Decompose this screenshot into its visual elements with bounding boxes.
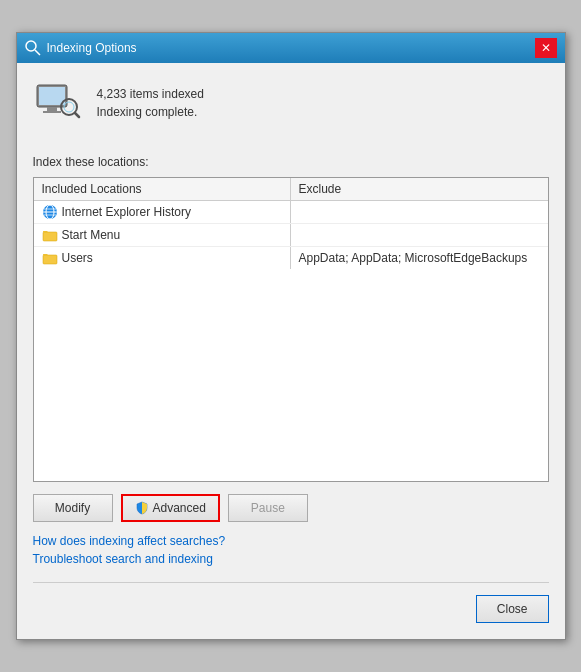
window-title: Indexing Options (47, 41, 137, 55)
content-area: 4,233 items indexed Indexing complete. I… (17, 63, 565, 639)
table-row: Users AppData; AppData; MicrosoftEdgeBac… (34, 247, 548, 269)
start-menu-label: Start Menu (62, 228, 121, 242)
indexing-options-window: Indexing Options ✕ 4,233 items indexed I… (16, 32, 566, 640)
close-window-button[interactable]: ✕ (535, 38, 557, 58)
cell-included-ie: Internet Explorer History (34, 201, 291, 223)
table-header: Included Locations Exclude (34, 178, 548, 201)
ie-icon (42, 204, 58, 220)
cell-included-startmenu: Start Menu (34, 224, 291, 246)
svg-point-0 (26, 41, 36, 51)
svg-rect-3 (39, 87, 65, 105)
items-count: 4,233 items indexed (97, 87, 204, 101)
locations-table: Included Locations Exclude (33, 177, 549, 482)
close-button[interactable]: Close (476, 595, 549, 623)
cell-exclude-startmenu (291, 224, 548, 246)
advanced-label: Advanced (153, 501, 206, 515)
col-exclude-header: Exclude (291, 178, 548, 200)
folder-icon (42, 250, 58, 266)
status-area: 4,233 items indexed Indexing complete. (33, 79, 549, 139)
section-label: Index these locations: (33, 155, 549, 169)
users-label: Users (62, 251, 93, 265)
table-row: Internet Explorer History (34, 201, 548, 224)
table-body: Internet Explorer History Start Menu (34, 201, 548, 481)
folder-icon (42, 227, 58, 243)
window-icon (25, 40, 41, 56)
footer-row: Close (33, 582, 549, 623)
cell-exclude-ie (291, 201, 548, 223)
titlebar: Indexing Options ✕ (17, 33, 565, 63)
svg-rect-14 (43, 232, 57, 241)
svg-line-1 (35, 50, 40, 55)
indexing-status-icon (33, 79, 81, 127)
links-area: How does indexing affect searches? Troub… (33, 534, 549, 566)
cell-included-users: Users (34, 247, 291, 269)
table-row: Start Menu (34, 224, 548, 247)
indexing-status: Indexing complete. (97, 105, 204, 119)
pause-button[interactable]: Pause (228, 494, 308, 522)
ie-history-label: Internet Explorer History (62, 205, 191, 219)
svg-rect-5 (43, 111, 61, 113)
col-included-header: Included Locations (34, 178, 291, 200)
uac-shield-icon (135, 501, 149, 515)
titlebar-left: Indexing Options (25, 40, 137, 56)
troubleshoot-link[interactable]: Troubleshoot search and indexing (33, 552, 549, 566)
svg-rect-16 (43, 255, 57, 264)
affect-searches-link[interactable]: How does indexing affect searches? (33, 534, 549, 548)
buttons-row: Modify Advanced Pause (33, 494, 549, 522)
modify-button[interactable]: Modify (33, 494, 113, 522)
svg-rect-4 (47, 107, 57, 111)
cell-exclude-users: AppData; AppData; MicrosoftEdgeBackups (291, 247, 548, 269)
svg-line-8 (75, 113, 79, 117)
advanced-button[interactable]: Advanced (121, 494, 220, 522)
status-text: 4,233 items indexed Indexing complete. (97, 87, 204, 119)
